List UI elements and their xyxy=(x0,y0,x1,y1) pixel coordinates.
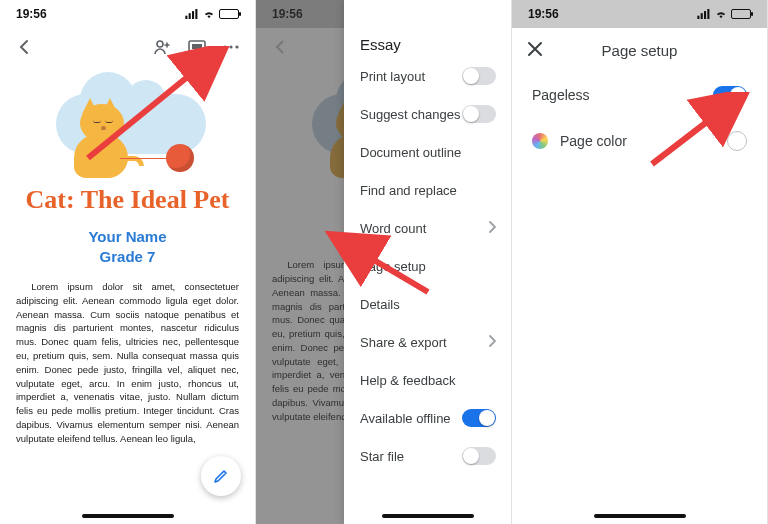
palette-icon xyxy=(532,133,548,149)
document-canvas[interactable]: Cat: The Ideal Pet Your Name Grade 7 Lor… xyxy=(0,66,255,512)
pageless-toggle[interactable] xyxy=(713,86,747,104)
pageless-label: Pageless xyxy=(532,87,590,103)
svg-point-4 xyxy=(157,41,163,47)
document-subtitle: Your Name Grade 7 xyxy=(16,227,239,266)
page-color-label: Page color xyxy=(560,133,627,149)
menu-item-print-layout[interactable]: Print layout xyxy=(344,57,512,95)
page-color-row[interactable]: Page color xyxy=(512,118,767,164)
menu-item-label: Word count xyxy=(360,221,426,236)
svg-point-8 xyxy=(229,45,232,48)
menu-item-help-feedback[interactable]: Help & feedback xyxy=(344,361,512,399)
menu-item-find-and-replace[interactable]: Find and replace xyxy=(344,171,512,209)
svg-rect-17 xyxy=(701,13,703,19)
menu-item-label: Document outline xyxy=(360,145,461,160)
menu-item-toggle[interactable] xyxy=(462,409,496,427)
phone-screen-document: 19:56 xyxy=(0,0,256,524)
overflow-menu-icon[interactable] xyxy=(221,37,241,57)
author-grade: Grade 7 xyxy=(16,247,239,267)
home-indicator xyxy=(512,512,767,524)
phone-screen-page-setup: 19:56 Page setup Pageless Page color xyxy=(512,0,768,524)
svg-point-9 xyxy=(235,45,238,48)
menu-item-label: Find and replace xyxy=(360,183,457,198)
signal-icon xyxy=(185,9,199,19)
status-bar: 19:56 xyxy=(512,0,767,28)
editor-toolbar xyxy=(0,28,255,66)
svg-rect-1 xyxy=(189,13,191,19)
phone-screen-menu: 19:56 ··· Cat: Y Lorem ipsum dolor sit a… xyxy=(256,0,512,524)
menu-item-label: Page setup xyxy=(360,259,426,274)
page-setup-title: Page setup xyxy=(602,42,678,59)
svg-rect-0 xyxy=(185,16,187,19)
home-indicator xyxy=(344,512,512,524)
menu-item-label: Details xyxy=(360,297,400,312)
menu-item-page-setup[interactable]: Page setup xyxy=(344,247,512,285)
menu-item-details[interactable]: Details xyxy=(344,285,512,323)
menu-item-label: Suggest changes xyxy=(360,107,460,122)
document-illustration xyxy=(16,66,239,176)
status-right xyxy=(185,9,239,19)
page-color-swatch[interactable] xyxy=(727,131,747,151)
svg-rect-19 xyxy=(707,9,709,19)
status-time: 19:56 xyxy=(16,7,47,21)
back-button[interactable] xyxy=(14,37,34,57)
document-body-text: Lorem ipsum dolor sit amet, consectetuer… xyxy=(16,280,239,445)
menu-item-label: Share & export xyxy=(360,335,447,350)
wifi-icon xyxy=(202,9,216,19)
menu-item-toggle[interactable] xyxy=(462,447,496,465)
signal-icon xyxy=(697,9,711,19)
menu-item-label: Print layout xyxy=(360,69,425,84)
overflow-menu-panel: Essay Print layoutSuggest changesDocumen… xyxy=(344,0,512,524)
share-people-icon[interactable] xyxy=(153,37,173,57)
menu-item-suggest-changes[interactable]: Suggest changes xyxy=(344,95,512,133)
menu-item-label: Star file xyxy=(360,449,404,464)
chevron-right-icon xyxy=(488,335,496,350)
document-title: Cat: The Ideal Pet xyxy=(16,184,239,215)
svg-rect-6 xyxy=(192,44,202,49)
menu-item-word-count[interactable]: Word count xyxy=(344,209,512,247)
menu-item-toggle[interactable] xyxy=(462,105,496,123)
wifi-icon xyxy=(714,9,728,19)
page-setup-header: Page setup xyxy=(512,28,767,72)
present-icon[interactable] xyxy=(187,37,207,57)
status-time: 19:56 xyxy=(528,7,559,21)
edit-fab[interactable] xyxy=(201,456,241,496)
home-indicator xyxy=(0,512,255,524)
menu-item-document-outline[interactable]: Document outline xyxy=(344,133,512,171)
author-name: Your Name xyxy=(16,227,239,247)
svg-rect-16 xyxy=(697,16,699,19)
battery-icon xyxy=(731,9,751,19)
menu-item-label: Available offline xyxy=(360,411,451,426)
close-button[interactable] xyxy=(526,40,546,60)
svg-rect-18 xyxy=(704,11,706,19)
menu-item-label: Help & feedback xyxy=(360,373,455,388)
pencil-icon xyxy=(212,467,230,485)
svg-point-7 xyxy=(223,45,226,48)
svg-rect-2 xyxy=(192,11,194,19)
menu-item-star-file[interactable]: Star file xyxy=(344,437,512,475)
chevron-right-icon xyxy=(488,221,496,236)
close-icon xyxy=(526,40,544,58)
menu-title: Essay xyxy=(344,28,512,57)
svg-rect-3 xyxy=(195,9,197,19)
pageless-row[interactable]: Pageless xyxy=(512,72,767,118)
menu-item-share-export[interactable]: Share & export xyxy=(344,323,512,361)
status-bar: 19:56 xyxy=(0,0,255,28)
menu-item-toggle[interactable] xyxy=(462,67,496,85)
menu-item-available-offline[interactable]: Available offline xyxy=(344,399,512,437)
battery-icon xyxy=(219,9,239,19)
